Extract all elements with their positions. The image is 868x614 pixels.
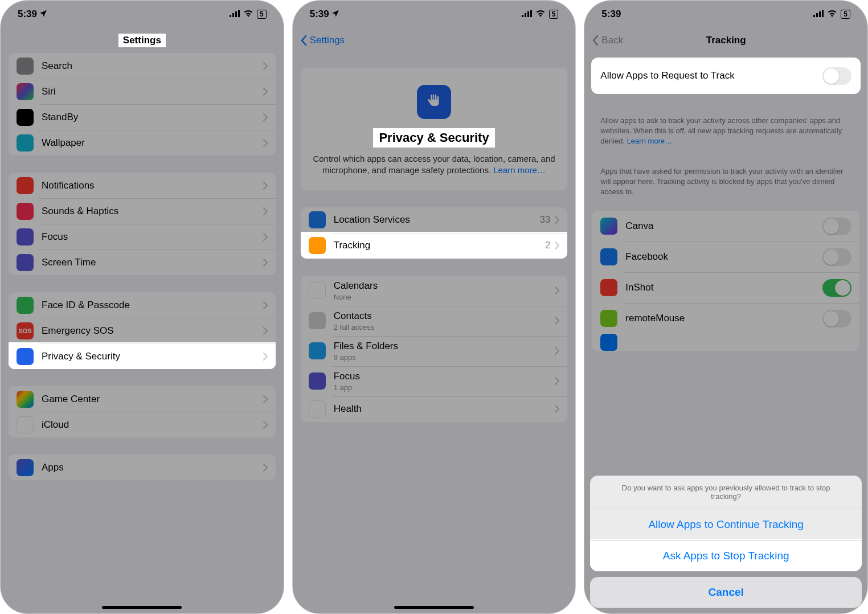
hero-description: Control which apps can access your data,… — [312, 153, 556, 177]
settings-row-files-folders[interactable]: Files & Folders9 apps — [301, 336, 568, 366]
hero-card: Privacy & Security Control which apps ca… — [301, 68, 568, 190]
row-label: Notifications — [42, 180, 263, 191]
back-label: Back — [601, 35, 623, 46]
gamecenter-icon — [17, 391, 34, 408]
row-label: Files & Folders — [334, 341, 555, 352]
row-label: Game Center — [42, 394, 263, 405]
sos-icon: SOS — [17, 322, 34, 339]
settings-row-health[interactable]: Health — [301, 396, 568, 422]
row-label: Siri — [42, 86, 263, 97]
settings-row-focus[interactable]: Focus1 app — [301, 366, 568, 396]
allow-apps-toggle[interactable] — [822, 67, 851, 85]
svg-rect-11 — [822, 10, 824, 17]
siri-icon — [17, 83, 34, 100]
wallpaper-icon — [17, 134, 34, 152]
settings-row-contacts[interactable]: Contacts2 full access — [301, 306, 568, 336]
learn-more-link[interactable]: Learn more… — [627, 137, 672, 145]
remotemouse-icon — [600, 310, 617, 327]
settings-row-siri[interactable]: Siri — [9, 79, 276, 104]
hourglass-icon — [17, 254, 34, 271]
settings-row-icloud[interactable]: iCloud — [9, 412, 276, 437]
row-label: Search — [42, 60, 263, 72]
settings-row-screen-time[interactable]: Screen Time — [9, 249, 276, 275]
app-row-canva: Canva — [592, 211, 859, 241]
row-label: Screen Time — [42, 257, 263, 268]
row-label: iCloud — [42, 419, 263, 431]
nav-header: Settings — [293, 28, 576, 53]
allow-apps-label: Allow Apps to Request to Track — [600, 70, 822, 81]
settings-row-notifications[interactable]: Notifications — [9, 173, 276, 198]
cancel-button[interactable]: Cancel — [590, 577, 862, 608]
signal-icon — [522, 9, 532, 20]
allow-tracking-group: Allow Apps to Request to Track — [592, 59, 859, 93]
home-indicator[interactable] — [102, 606, 182, 609]
status-time: 5:39 — [18, 9, 37, 20]
learn-more-link[interactable]: Learn more… — [493, 165, 546, 175]
back-button[interactable]: Back — [592, 35, 623, 46]
app-toggle[interactable] — [822, 279, 851, 297]
battery-icon: 5 — [257, 10, 267, 19]
row-label: StandBy — [42, 112, 263, 123]
app-toggle[interactable] — [822, 310, 851, 328]
settings-row-apps[interactable]: Apps — [9, 455, 276, 480]
settings-row-standby[interactable]: StandBy — [9, 104, 276, 130]
svg-rect-4 — [522, 15, 523, 17]
settings-row-privacy-security[interactable]: Privacy & Security — [9, 343, 276, 369]
settings-row-wallpaper[interactable]: Wallpaper — [9, 130, 276, 155]
settings-screen: 5:39 5 Settings SearchSiriStandByWallpap… — [0, 0, 284, 614]
settings-row-calendars[interactable]: CalendarsNone — [301, 276, 568, 306]
svg-rect-2 — [235, 11, 237, 17]
nav-header: Back Tracking — [584, 28, 867, 53]
heart-icon — [309, 400, 326, 417]
apps-icon — [17, 459, 34, 476]
speaker-icon — [17, 203, 34, 220]
row-label: Apps — [42, 462, 263, 473]
row-sublabel: None — [334, 293, 555, 301]
settings-row-face-id-passcode[interactable]: Face ID & Passcode — [9, 292, 276, 318]
chevron-right-icon — [555, 317, 559, 325]
settings-row-focus[interactable]: Focus — [9, 224, 276, 249]
app-label: Facebook — [625, 251, 822, 263]
app-toggle[interactable] — [822, 218, 851, 235]
moon-icon — [309, 373, 326, 390]
chevron-right-icon — [555, 347, 559, 355]
settings-row-search[interactable]: Search — [9, 53, 276, 79]
back-button[interactable]: Settings — [301, 35, 345, 46]
location-arrow-icon — [39, 9, 47, 20]
app-toggle[interactable] — [822, 248, 851, 266]
settings-row-location-services[interactable]: Location Services33 — [301, 207, 568, 233]
row-label: Wallpaper — [42, 137, 263, 149]
chevron-right-icon — [263, 301, 268, 309]
wifi-icon — [243, 9, 253, 20]
continue-tracking-button[interactable]: Allow Apps to Continue Tracking — [590, 509, 862, 540]
status-bar: 5:39 5 — [584, 1, 867, 28]
inshot-icon — [600, 279, 617, 296]
status-time: 5:39 — [310, 9, 329, 20]
row-label: Emergency SOS — [42, 325, 263, 337]
chevron-right-icon — [263, 464, 268, 472]
chevron-right-icon — [263, 113, 268, 121]
signal-icon — [813, 9, 824, 20]
back-label: Settings — [310, 35, 345, 46]
settings-row-tracking[interactable]: Tracking2 — [301, 233, 568, 259]
row-detail: 2 — [545, 240, 550, 251]
settings-row-sounds-haptics[interactable]: Sounds & Haptics — [9, 198, 276, 224]
tracking-description-2: Apps that have asked for permission to t… — [584, 161, 867, 211]
row-label: Focus — [42, 231, 263, 243]
allow-apps-to-track-row[interactable]: Allow Apps to Request to Track — [592, 59, 859, 93]
chevron-right-icon — [263, 259, 268, 267]
settings-row-emergency-sos[interactable]: SOSEmergency SOS — [9, 318, 276, 343]
facebook-icon — [600, 248, 617, 265]
tracking-screen: 5:39 5 Back Tracking Allow Apps to Reque… — [584, 0, 868, 614]
action-sheet: Do you want to ask apps you previously a… — [584, 470, 867, 613]
chevron-right-icon — [263, 421, 268, 429]
settings-row-game-center[interactable]: Game Center — [9, 386, 276, 412]
battery-icon: 5 — [549, 10, 559, 19]
wifi-icon — [535, 9, 546, 20]
chevron-right-icon — [263, 182, 268, 190]
nav-header: Settings — [1, 28, 284, 53]
stop-tracking-button[interactable]: Ask Apps to Stop Tracking — [590, 540, 862, 571]
home-indicator[interactable] — [394, 606, 474, 609]
tracking-description-1: Allow apps to ask to track your activity… — [584, 110, 867, 161]
svg-rect-7 — [530, 10, 532, 17]
